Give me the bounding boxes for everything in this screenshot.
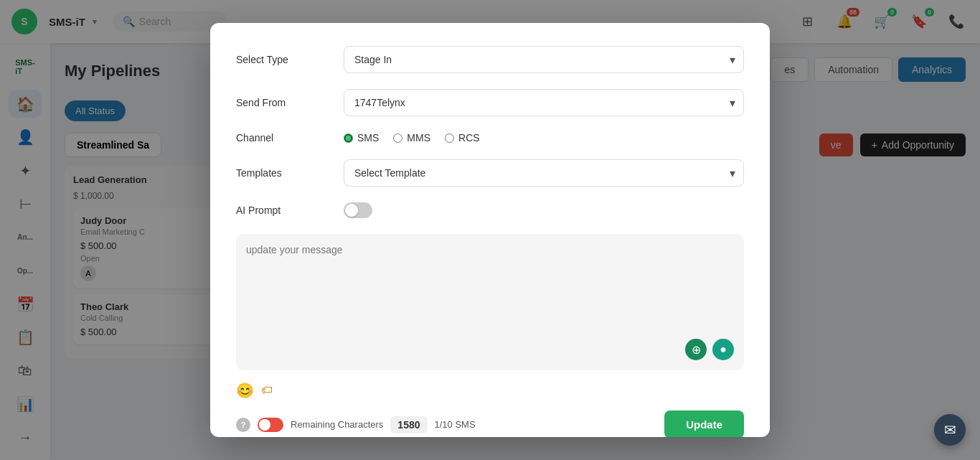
ai-prompt-label: AI Prompt bbox=[236, 205, 329, 216]
send-from-row: Send From 1747Telynx bbox=[236, 89, 744, 116]
mms-radio[interactable] bbox=[393, 133, 402, 143]
sms-radio[interactable] bbox=[344, 133, 353, 143]
ai-prompt-control bbox=[344, 202, 744, 218]
update-button[interactable]: Update bbox=[664, 410, 744, 437]
remaining-chars: 1580 bbox=[390, 416, 427, 433]
remaining-label: Remaining Characters bbox=[291, 419, 383, 430]
templates-control: Select Template bbox=[344, 159, 744, 187]
ai-prompt-toggle-wrapper bbox=[344, 202, 744, 218]
ai-icon[interactable]: ● bbox=[712, 339, 734, 360]
char-info-row: ? Remaining Characters 1580 1/10 SMS bbox=[236, 416, 476, 433]
templates-dropdown[interactable]: Select Template bbox=[344, 159, 744, 187]
attachment-icon[interactable]: ⊕ bbox=[685, 339, 707, 360]
send-from-dropdown[interactable]: 1747Telynx bbox=[344, 89, 744, 116]
sms-count: 1/10 SMS bbox=[435, 419, 476, 430]
select-type-wrapper[interactable]: Stage In Stage Out bbox=[344, 46, 744, 73]
templates-row: Templates Select Template bbox=[236, 159, 744, 187]
channel-rcs[interactable]: RCS bbox=[445, 132, 480, 144]
help-icon[interactable]: ? bbox=[236, 418, 250, 432]
select-type-row: Select Type Stage In Stage Out bbox=[236, 46, 744, 73]
channel-radio-group: SMS MMS RCS bbox=[344, 132, 744, 144]
send-from-wrapper[interactable]: 1747Telynx bbox=[344, 89, 744, 116]
char-toggle[interactable] bbox=[258, 418, 283, 432]
select-type-control: Stage In Stage Out bbox=[344, 46, 744, 73]
bottom-row: ? Remaining Characters 1580 1/10 SMS Upd… bbox=[236, 410, 744, 437]
message-area-footer: ⊕ ● bbox=[246, 339, 734, 360]
channel-row: Channel SMS MMS RCS bbox=[236, 132, 744, 144]
channel-sms[interactable]: SMS bbox=[344, 132, 379, 144]
channel-control: SMS MMS RCS bbox=[344, 132, 744, 144]
templates-wrapper[interactable]: Select Template bbox=[344, 159, 744, 187]
tag-button[interactable]: 🏷 bbox=[261, 384, 273, 397]
ai-prompt-toggle[interactable] bbox=[344, 202, 372, 218]
rcs-radio[interactable] bbox=[445, 133, 454, 143]
modal-overlay[interactable]: Select Type Stage In Stage Out Send From… bbox=[0, 0, 980, 460]
channel-label: Channel bbox=[236, 132, 329, 144]
templates-label: Templates bbox=[236, 167, 329, 179]
chat-icon[interactable]: ✉ bbox=[934, 414, 966, 446]
ai-prompt-row: AI Prompt bbox=[236, 202, 744, 218]
select-type-dropdown[interactable]: Stage In Stage Out bbox=[344, 46, 744, 73]
emoji-button[interactable]: 😊 bbox=[236, 382, 254, 399]
send-from-control: 1747Telynx bbox=[344, 89, 744, 116]
modal: Select Type Stage In Stage Out Send From… bbox=[210, 23, 770, 437]
toolbar-row: 😊 🏷 bbox=[236, 382, 744, 399]
send-from-label: Send From bbox=[236, 97, 329, 108]
select-type-label: Select Type bbox=[236, 54, 329, 65]
channel-mms[interactable]: MMS bbox=[393, 132, 430, 144]
message-area: ⊕ ● bbox=[236, 234, 744, 370]
message-textarea[interactable] bbox=[246, 244, 734, 330]
